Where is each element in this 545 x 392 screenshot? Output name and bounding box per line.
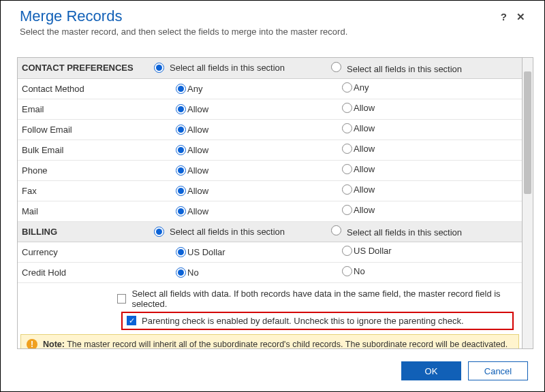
field-label: Mail bbox=[18, 201, 154, 221]
note-bar: ! Note: The master record will inherit a… bbox=[20, 334, 519, 350]
field-radio-subordinate[interactable]: Allow bbox=[342, 144, 375, 154]
field-label: Currency bbox=[18, 242, 154, 262]
warning-icon: ! bbox=[27, 339, 37, 350]
field-label: Phone bbox=[18, 160, 154, 180]
parenting-check-label: Parenting check is enabled by default. U… bbox=[142, 316, 464, 326]
field-radio-subordinate[interactable]: Allow bbox=[342, 164, 375, 174]
ok-button[interactable]: OK bbox=[401, 361, 461, 380]
section-select-all-a[interactable] bbox=[154, 227, 166, 237]
field-label: Credit Hold bbox=[18, 262, 154, 282]
field-radio-subordinate[interactable]: Allow bbox=[342, 184, 375, 195]
dialog-title: Merge Records bbox=[20, 7, 501, 25]
merge-grid: CONTACT PREFERENCES Select all fields in… bbox=[17, 57, 523, 349]
field-radio-master[interactable]: Any bbox=[176, 84, 202, 94]
field-label: Bulk Email bbox=[18, 140, 154, 160]
field-radio-master[interactable]: Allow bbox=[176, 104, 208, 114]
section-label: BILLING bbox=[18, 221, 154, 242]
table-row: Credit Hold No No bbox=[18, 262, 522, 282]
table-row: Fax Allow Allow bbox=[18, 180, 522, 201]
select-all-with-data-row: Select all fields with data. If both rec… bbox=[113, 286, 522, 312]
select-all-with-data-checkbox[interactable] bbox=[117, 294, 126, 304]
dialog-subtitle: Select the master record, and then selec… bbox=[20, 27, 501, 37]
table-row: Follow Email Allow Allow bbox=[18, 119, 522, 140]
field-radio-master[interactable]: Allow bbox=[176, 206, 208, 216]
parenting-check-highlight: ✓ Parenting check is enabled by default.… bbox=[121, 312, 514, 330]
field-radio-subordinate[interactable]: No bbox=[342, 266, 365, 276]
field-radio-subordinate[interactable]: Any bbox=[342, 82, 369, 93]
field-label: Contact Method bbox=[18, 78, 154, 99]
section-select-all-a[interactable] bbox=[154, 63, 166, 73]
field-radio-subordinate[interactable]: Allow bbox=[342, 103, 375, 113]
table-row: Email Allow Allow bbox=[18, 99, 522, 119]
table-row: Mail Allow Allow bbox=[18, 201, 522, 221]
table-row: Bulk Email Allow Allow bbox=[18, 140, 522, 160]
cancel-button[interactable]: Cancel bbox=[468, 361, 528, 380]
field-radio-master[interactable]: No bbox=[176, 267, 199, 278]
table-row: Currency US Dollar US Dollar bbox=[18, 242, 522, 262]
note-text: The master record will inherit all of th… bbox=[67, 340, 508, 349]
bottom-checks: Select all fields with data. If both rec… bbox=[18, 283, 522, 330]
field-label: Email bbox=[18, 99, 154, 119]
section-header-billing: BILLING Select all fields in this sectio… bbox=[18, 221, 522, 242]
select-all-with-data-label: Select all fields with data. If both rec… bbox=[131, 289, 518, 309]
table-row: Phone Allow Allow bbox=[18, 160, 522, 180]
section-select-all-b[interactable] bbox=[331, 62, 343, 72]
field-radio-master[interactable]: Allow bbox=[176, 186, 208, 196]
parenting-check-checkbox[interactable]: ✓ bbox=[127, 316, 136, 325]
vertical-scrollbar[interactable] bbox=[523, 57, 533, 349]
field-label: Follow Email bbox=[18, 119, 154, 140]
scrollbar-thumb[interactable] bbox=[524, 71, 531, 194]
section-header-contact_prefs: CONTACT PREFERENCES Select all fields in… bbox=[18, 58, 522, 78]
field-radio-master[interactable]: Allow bbox=[176, 125, 208, 135]
table-row: Contact Method Any Any bbox=[18, 78, 522, 99]
note-label: Note: bbox=[43, 340, 65, 349]
merge-records-dialog: Merge Records Select the master record, … bbox=[0, 0, 545, 392]
field-radio-subordinate[interactable]: US Dollar bbox=[342, 246, 392, 256]
field-radio-subordinate[interactable]: Allow bbox=[342, 205, 375, 215]
field-radio-subordinate[interactable]: Allow bbox=[342, 123, 375, 133]
dialog-body: CONTACT PREFERENCES Select all fields in… bbox=[1, 41, 544, 355]
help-icon[interactable]: ? bbox=[501, 12, 507, 22]
field-radio-master[interactable]: Allow bbox=[176, 165, 208, 176]
field-label: Fax bbox=[18, 180, 154, 201]
section-select-all-b[interactable] bbox=[331, 225, 343, 235]
field-radio-master[interactable]: Allow bbox=[176, 145, 208, 155]
field-radio-master[interactable]: US Dollar bbox=[176, 247, 225, 257]
dialog-footer: OK Cancel bbox=[1, 355, 544, 391]
close-icon[interactable]: ✕ bbox=[516, 12, 525, 22]
section-label: CONTACT PREFERENCES bbox=[18, 58, 154, 78]
dialog-header: Merge Records Select the master record, … bbox=[1, 1, 544, 41]
